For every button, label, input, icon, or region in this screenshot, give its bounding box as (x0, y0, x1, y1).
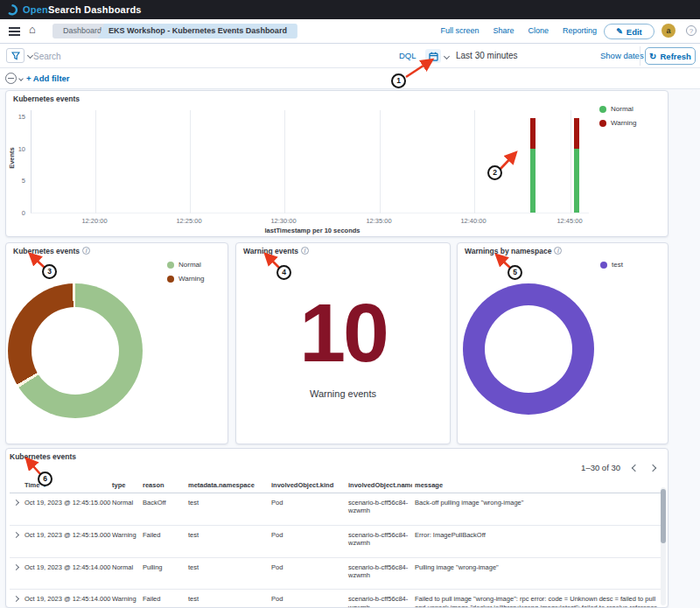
legend-item-normal[interactable]: Normal (167, 261, 205, 269)
x-tick: 12:35:00 (366, 217, 391, 225)
filter-options-icon[interactable] (5, 73, 17, 84)
table-row: Oct 19, 2023 @ 12:45:15.000 Normal BackO… (10, 493, 662, 526)
opensearch-logo-icon (7, 4, 18, 16)
bar-segment-warning (530, 118, 536, 149)
x-axis-title: lastTimestamp per 10 seconds (181, 227, 444, 234)
donut-chart-events[interactable] (8, 283, 143, 418)
annotation-2: 2 (487, 165, 502, 180)
dql-button[interactable]: DQL (399, 51, 416, 60)
chevron-down-icon[interactable] (444, 53, 450, 59)
x-tick: 12:45:00 (556, 217, 582, 225)
gridline (190, 110, 191, 213)
panel-title: Warning eventsi (243, 247, 309, 255)
expand-row-icon[interactable] (13, 500, 19, 506)
pagination-range: 1–30 of 30 (581, 463, 620, 472)
pencil-icon: ✎ (616, 27, 623, 36)
table-header-row: Time type reason metadata.namespace invo… (10, 479, 662, 493)
info-icon[interactable]: i (82, 247, 90, 255)
y-tick: 5 (11, 177, 25, 185)
reporting-link[interactable]: Reporting (563, 26, 597, 35)
gridline (284, 110, 285, 213)
column-header-message[interactable]: message (412, 479, 662, 493)
column-header-reason[interactable]: reason (140, 479, 186, 493)
app-header: OpenSearch Dashboards (0, 0, 700, 19)
column-header-kind[interactable]: involvedObject.kind (269, 479, 346, 493)
add-filter-link[interactable]: + Add filter (26, 73, 70, 83)
bar-segment-normal (574, 149, 579, 213)
refresh-icon: ↻ (649, 52, 656, 61)
avatar[interactable]: a (662, 24, 676, 38)
share-link[interactable]: Share (493, 26, 514, 35)
info-icon[interactable]: i (554, 247, 562, 255)
x-tick: 12:30:00 (270, 217, 296, 225)
legend-dot (167, 262, 174, 269)
calendar-icon[interactable] (425, 49, 441, 63)
x-tick: 12:25:00 (176, 217, 201, 225)
breadcrumb-current[interactable]: EKS Workshop - Kubernetes Events Dashboa… (98, 24, 298, 38)
filter-funnel-icon (11, 52, 20, 60)
metric-label: Warning events (236, 388, 450, 399)
next-page-icon[interactable] (649, 464, 656, 471)
help-icon[interactable]: ? (686, 25, 696, 36)
annotation-6: 6 (38, 472, 52, 486)
legend-item-warning[interactable]: Warning (599, 119, 637, 127)
panel-warnings-by-namespace-donut: Warnings by namespacei test (457, 242, 668, 444)
table-row: Oct 19, 2023 @ 12:45:14.000 Warning Fail… (10, 590, 662, 608)
edit-button[interactable]: ✎ Edit (604, 24, 654, 39)
panel-kubernetes-events-histogram: Kubernetes events Events 15 10 5 0 12:20… (5, 90, 668, 237)
metric-value: 10 (236, 291, 450, 374)
legend-item-normal[interactable]: Normal (599, 105, 637, 113)
bar-segment-normal (530, 149, 536, 213)
legend-dot (600, 262, 607, 269)
info-icon[interactable]: i (301, 247, 309, 255)
y-tick: 10 (11, 145, 25, 153)
legend-dot (599, 120, 606, 127)
show-dates-link[interactable]: Show dates (600, 51, 644, 60)
saved-query-menu-button[interactable] (6, 48, 24, 63)
expand-row-icon[interactable] (13, 532, 19, 538)
scrollbar-thumb[interactable] (661, 489, 666, 543)
clone-link[interactable]: Clone (528, 26, 549, 35)
expand-row-icon[interactable] (13, 563, 19, 570)
legend-item-test[interactable]: test (600, 261, 623, 269)
chevron-down-icon (18, 76, 24, 81)
panel-title: Kubernetes events (10, 452, 76, 461)
events-table: Time type reason metadata.namespace invo… (10, 479, 662, 608)
y-tick: 0 (11, 209, 25, 217)
y-tick: 15 (11, 113, 25, 121)
time-range-value[interactable]: Last 30 minutes (456, 51, 518, 60)
annotation-4: 4 (276, 265, 291, 280)
panel-kubernetes-events-table: Kubernetes events 1–30 of 30 Time type r… (5, 448, 668, 608)
legend-dot (599, 106, 606, 113)
previous-page-icon[interactable] (632, 464, 639, 471)
pagination: 1–30 of 30 (581, 463, 655, 472)
chevron-down-icon[interactable] (27, 52, 33, 59)
panel-title: Kubernetes events (13, 94, 80, 103)
x-tick: 12:40:00 (460, 217, 486, 225)
donut-chart-namespaces[interactable] (463, 283, 594, 415)
legend-item-warning[interactable]: Warning (167, 275, 205, 283)
column-header-time[interactable]: Time (22, 479, 109, 493)
gridline (380, 110, 381, 213)
filter-bar: + Add filter (0, 68, 700, 89)
legend-dot (167, 276, 174, 283)
gridline (95, 110, 96, 213)
query-bar: DQL Last 30 minutes Show dates (0, 44, 700, 68)
home-icon[interactable]: ⌂ (29, 23, 36, 36)
table-row: Oct 19, 2023 @ 12:45:15.000 Warning Fail… (10, 525, 662, 557)
column-header-name[interactable]: involvedObject.name (346, 479, 412, 493)
refresh-button[interactable]: ↻ Refresh (645, 47, 696, 65)
column-header-type[interactable]: type (109, 479, 140, 493)
table-scrollbar (661, 487, 666, 605)
column-header-namespace[interactable]: metadata.namespace (186, 479, 269, 493)
gridline (570, 110, 571, 213)
x-tick: 12:20:00 (81, 217, 107, 225)
bar-segment-warning (574, 118, 579, 149)
panel-title: Warnings by namespacei (465, 247, 562, 255)
calendar-glyph-icon (429, 52, 438, 61)
menu-icon[interactable] (9, 27, 20, 36)
expand-row-icon[interactable] (13, 596, 19, 602)
nav-bar: ⌂ Dashboard EKS Workshop - Kubernetes Ev… (0, 19, 700, 44)
full-screen-link[interactable]: Full screen (440, 26, 479, 35)
search-input[interactable] (33, 47, 383, 65)
